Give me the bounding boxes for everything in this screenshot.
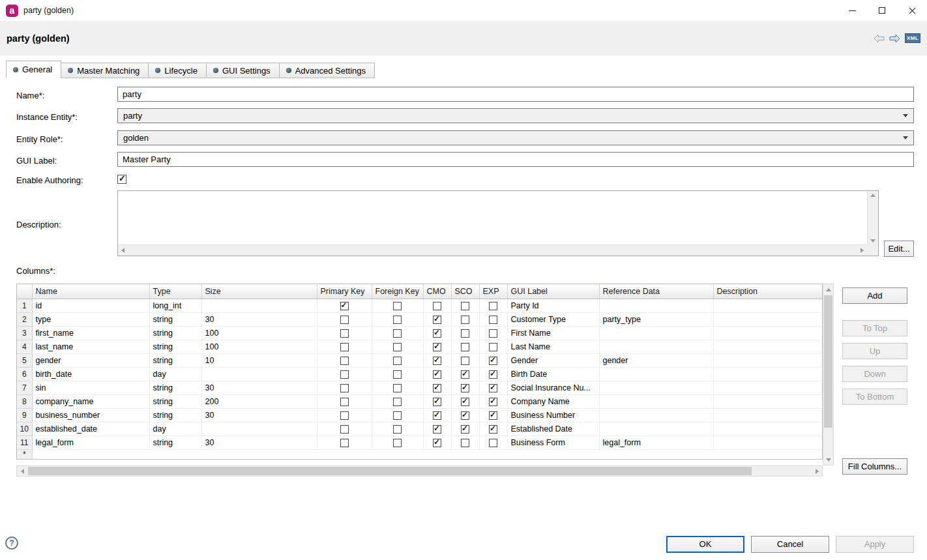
- cell-description[interactable]: [713, 340, 822, 353]
- cell-description[interactable]: [713, 326, 822, 340]
- checkbox-cmo[interactable]: [433, 398, 441, 406]
- checkbox-exp[interactable]: [489, 357, 497, 365]
- checkbox-cmo[interactable]: [433, 302, 441, 310]
- table-row[interactable]: 9business_numberstring30Business Number: [17, 408, 822, 422]
- new-row-placeholder[interactable]: *: [17, 449, 822, 459]
- checkbox-sco[interactable]: [461, 329, 469, 338]
- column-header-gui-label[interactable]: GUI Label: [507, 284, 599, 299]
- checkbox-foreign-key[interactable]: [393, 439, 402, 447]
- checkbox-primary-key[interactable]: [340, 370, 349, 379]
- table-row[interactable]: 5genderstring10Gendergender: [17, 353, 822, 367]
- checkbox-primary-key[interactable]: [340, 398, 349, 406]
- column-header-size[interactable]: Size: [201, 284, 317, 299]
- column-header-sco[interactable]: SCO: [451, 284, 479, 299]
- cell-reference-data[interactable]: party_type: [599, 312, 713, 326]
- tab-advanced-settings[interactable]: Advanced Settings: [279, 63, 375, 78]
- checkbox-exp[interactable]: [489, 302, 497, 310]
- cell-size[interactable]: 30: [201, 381, 317, 394]
- tab-gui-settings[interactable]: GUI Settings: [206, 63, 280, 78]
- cell-description[interactable]: [713, 422, 822, 435]
- vertical-scroll-thumb[interactable]: [824, 295, 832, 428]
- checkbox-primary-key[interactable]: [340, 425, 349, 434]
- checkbox-sco[interactable]: [461, 398, 469, 406]
- cell-gui-label[interactable]: Gender: [507, 353, 599, 367]
- minimize-button[interactable]: [837, 0, 867, 21]
- cell-reference-data[interactable]: [599, 422, 713, 435]
- checkbox-foreign-key[interactable]: [393, 384, 402, 392]
- cell-size[interactable]: 200: [201, 394, 317, 408]
- cell-type[interactable]: string: [149, 394, 201, 408]
- cell-reference-data[interactable]: [599, 394, 713, 408]
- to-bottom-button[interactable]: To Bottom: [842, 389, 907, 405]
- cell-reference-data[interactable]: [599, 408, 713, 422]
- up-button[interactable]: Up: [842, 343, 907, 359]
- column-header-foreign-key[interactable]: Foreign Key: [372, 284, 423, 299]
- cell-type[interactable]: string: [149, 353, 201, 367]
- cancel-button[interactable]: Cancel: [751, 536, 829, 553]
- checkbox-cmo[interactable]: [433, 411, 441, 420]
- cell-name[interactable]: type: [32, 312, 149, 326]
- cell-description[interactable]: [713, 394, 822, 408]
- checkbox-exp[interactable]: [489, 384, 497, 392]
- checkbox-cmo[interactable]: [433, 316, 441, 324]
- cell-type[interactable]: string: [149, 312, 201, 326]
- checkbox-exp[interactable]: [489, 316, 497, 324]
- checkbox-sco[interactable]: [461, 439, 469, 447]
- checkbox-cmo[interactable]: [433, 343, 441, 351]
- checkbox-sco[interactable]: [461, 343, 469, 351]
- tab-master-matching[interactable]: Master Matching: [61, 63, 149, 78]
- checkbox-foreign-key[interactable]: [393, 370, 402, 379]
- add-button[interactable]: Add: [842, 287, 907, 304]
- cell-size[interactable]: 100: [201, 340, 317, 353]
- checkbox-foreign-key[interactable]: [393, 425, 402, 434]
- name-input[interactable]: [117, 87, 914, 102]
- table-row[interactable]: 4last_namestring100Last Name: [17, 340, 822, 353]
- checkbox-exp[interactable]: [489, 329, 497, 338]
- back-arrow-icon[interactable]: [874, 34, 885, 43]
- table-row[interactable]: 7sinstring30Social Insurance Nu...: [17, 381, 822, 394]
- checkbox-cmo[interactable]: [433, 329, 441, 338]
- cell-type[interactable]: long_int: [149, 299, 201, 312]
- empty-new-row-cell[interactable]: [32, 449, 822, 459]
- checkbox-cmo[interactable]: [433, 384, 441, 392]
- checkbox-primary-key[interactable]: [340, 343, 349, 351]
- cell-reference-data[interactable]: [599, 299, 713, 312]
- cell-name[interactable]: sin: [32, 381, 149, 394]
- checkbox-primary-key[interactable]: [340, 411, 349, 420]
- cell-reference-data[interactable]: [599, 381, 713, 394]
- checkbox-sco[interactable]: [461, 411, 469, 420]
- column-header-type[interactable]: Type: [149, 284, 201, 299]
- description-field[interactable]: [117, 190, 879, 256]
- xml-badge[interactable]: XML: [905, 33, 920, 43]
- cell-type[interactable]: string: [149, 435, 201, 449]
- checkbox-exp[interactable]: [489, 370, 497, 379]
- cell-name[interactable]: company_name: [32, 394, 149, 408]
- checkbox-foreign-key[interactable]: [393, 329, 402, 338]
- checkbox-cmo[interactable]: [433, 439, 441, 447]
- cell-type[interactable]: day: [149, 367, 201, 381]
- cell-name[interactable]: gender: [32, 353, 149, 367]
- checkbox-foreign-key[interactable]: [393, 316, 402, 324]
- cell-reference-data[interactable]: legal_form: [599, 435, 713, 449]
- ok-button[interactable]: OK: [666, 536, 744, 553]
- enable-authoring-checkbox[interactable]: [117, 175, 126, 184]
- checkbox-exp[interactable]: [489, 398, 497, 406]
- checkbox-exp[interactable]: [489, 439, 497, 447]
- description-horizontal-scrollbar[interactable]: [118, 244, 867, 256]
- checkbox-sco[interactable]: [461, 316, 469, 324]
- cell-size[interactable]: 30: [201, 435, 317, 449]
- description-vertical-scrollbar[interactable]: [867, 191, 878, 245]
- cell-description[interactable]: [713, 435, 822, 449]
- edit-description-button[interactable]: Edit...: [884, 241, 914, 257]
- cell-reference-data[interactable]: [599, 367, 713, 381]
- column-header-name[interactable]: Name: [32, 284, 149, 299]
- checkbox-exp[interactable]: [489, 343, 497, 351]
- cell-gui-label[interactable]: Birth Date: [507, 367, 599, 381]
- cell-gui-label[interactable]: Social Insurance Nu...: [507, 381, 599, 394]
- checkbox-cmo[interactable]: [433, 370, 441, 379]
- cell-name[interactable]: established_date: [32, 422, 149, 435]
- column-header-primary-key[interactable]: Primary Key: [317, 284, 372, 299]
- cell-size[interactable]: 10: [201, 353, 317, 367]
- table-row[interactable]: 11legal_formstring30Business Formlegal_f…: [17, 435, 822, 449]
- cell-reference-data[interactable]: gender: [599, 353, 713, 367]
